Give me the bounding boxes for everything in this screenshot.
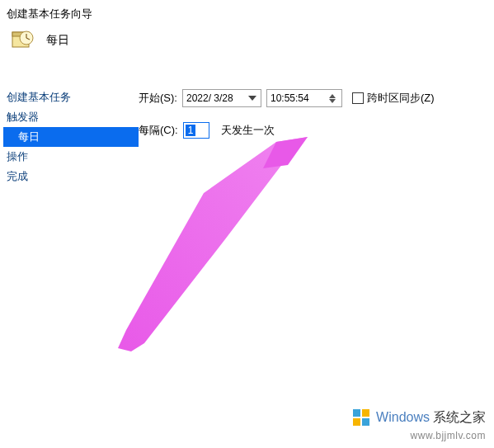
svg-rect-8 [353, 409, 360, 417]
start-date-picker[interactable]: 2022/ 3/28 [182, 89, 261, 107]
sidebar-item-finish[interactable]: 完成 [3, 167, 139, 186]
svg-rect-11 [362, 418, 369, 426]
svg-marker-5 [248, 96, 256, 101]
start-date-value: 2022/ 3/28 [186, 92, 233, 104]
sidebar-item-create-task[interactable]: 创建基本任务 [3, 87, 139, 107]
windows-logo-icon [351, 407, 373, 428]
start-label: 开始(S): [139, 91, 177, 106]
spinner-up-icon [329, 94, 336, 98]
checkbox-icon [352, 92, 364, 104]
sidebar-item-daily[interactable]: 每日 [3, 127, 139, 147]
page-title: 每日 [46, 33, 69, 48]
watermark-brand: Windows [376, 410, 430, 425]
watermark-url: www.bjjmlv.com [351, 430, 486, 441]
watermark: Windows 系统之家 www.bjjmlv.com [351, 407, 486, 441]
sidebar-item-action[interactable]: 操作 [3, 147, 139, 167]
timezone-sync-label: 跨时区同步(Z) [367, 91, 435, 106]
interval-input[interactable]: 1 [183, 122, 209, 139]
watermark-cn: 系统之家 [433, 409, 486, 427]
chevron-down-icon [247, 96, 257, 101]
interval-label: 每隔(C): [139, 123, 178, 138]
sidebar-item-trigger[interactable]: 触发器 [3, 107, 139, 127]
svg-rect-10 [353, 418, 360, 426]
dialog-title: 创建基本任务向导 [7, 7, 487, 21]
timezone-sync-checkbox[interactable]: 跨时区同步(Z) [352, 91, 435, 106]
svg-rect-9 [362, 409, 369, 417]
wizard-steps-sidebar: 创建基本任务 触发器 每日 操作 完成 [0, 87, 139, 186]
time-spinner[interactable] [327, 94, 338, 103]
start-time-picker[interactable]: 10:55:54 [266, 89, 342, 107]
spinner-down-icon [329, 99, 336, 103]
start-time-value: 10:55:54 [271, 92, 309, 104]
interval-suffix: 天发生一次 [221, 123, 275, 138]
clock-calendar-icon [12, 30, 35, 51]
interval-value: 1 [186, 125, 196, 136]
